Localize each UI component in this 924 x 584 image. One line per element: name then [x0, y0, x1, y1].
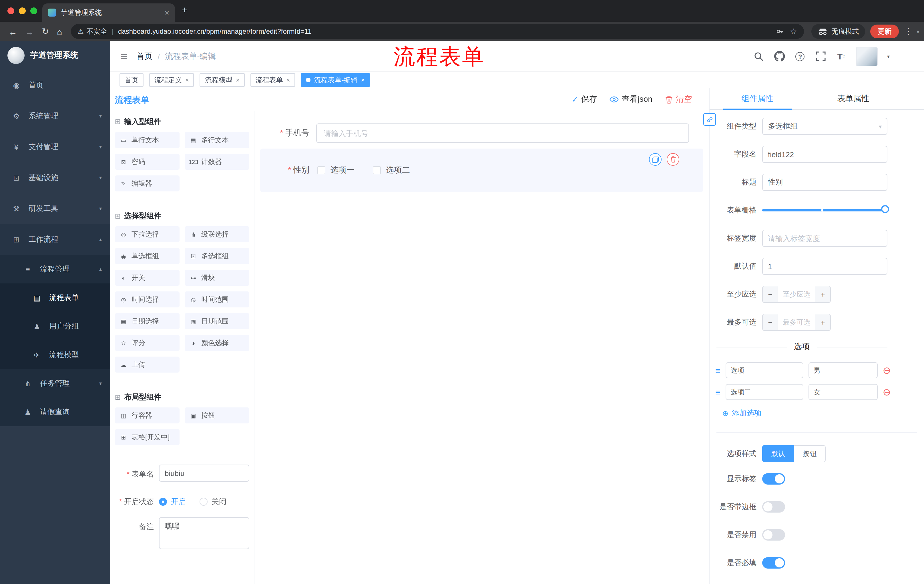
home-icon[interactable]: ⌂: [57, 26, 62, 36]
option-2-label-input[interactable]: [726, 384, 804, 400]
tag-home[interactable]: 首页: [119, 73, 144, 87]
checkbox-icon[interactable]: [373, 166, 381, 174]
slider-thumb[interactable]: [881, 205, 889, 213]
palette-item-select[interactable]: ◎下拉选择: [115, 226, 180, 242]
gender-option-2[interactable]: 选项二: [373, 165, 410, 175]
new-tab-button[interactable]: +: [182, 5, 188, 16]
sidebar-item-payment[interactable]: ¥ 支付管理 ▾: [0, 132, 111, 162]
delete-field-button[interactable]: [667, 153, 679, 166]
sidebar-item-system[interactable]: ⚙ 系统管理 ▾: [0, 100, 111, 132]
disabled-toggle[interactable]: [762, 529, 785, 541]
clear-button[interactable]: 清空: [665, 94, 692, 105]
add-option-button[interactable]: ⊕ 添加选项: [722, 408, 762, 418]
window-close-button[interactable]: [7, 7, 14, 14]
tab-component-props[interactable]: 组件属性: [710, 88, 805, 109]
remove-option-icon[interactable]: ⊖: [883, 387, 891, 397]
style-default-button[interactable]: 默认: [762, 445, 794, 462]
palette-item-switch[interactable]: ◐开关: [115, 270, 180, 286]
status-radio-off[interactable]: 关闭: [200, 497, 226, 507]
remark-textarea[interactable]: 嘿嘿: [159, 517, 249, 549]
forward-icon[interactable]: →: [25, 26, 34, 36]
sidebar-item-home[interactable]: ◉ 首页: [0, 70, 111, 100]
github-icon[interactable]: [774, 51, 785, 62]
canvas-field-phone[interactable]: 手机号: [254, 123, 709, 143]
checkbox-icon[interactable]: [317, 166, 325, 174]
palette-item-date-picker[interactable]: ▦日期选择: [115, 313, 180, 329]
form-name-input[interactable]: [159, 465, 249, 482]
tag-process-form-edit[interactable]: 流程表单-编辑 ×: [301, 73, 370, 87]
copy-field-button[interactable]: [649, 153, 662, 166]
tag-close-icon[interactable]: ×: [236, 77, 239, 84]
user-avatar[interactable]: [856, 46, 878, 66]
password-key-icon[interactable]: [776, 28, 784, 35]
remove-option-icon[interactable]: ⊖: [883, 365, 891, 375]
grid-slider[interactable]: [762, 202, 888, 219]
component-type-select[interactable]: 多选框组 ▾: [762, 118, 888, 135]
sidebar-logo[interactable]: 芋道管理系统: [0, 41, 111, 70]
sidebar-item-process-form[interactable]: ▤ 流程表单: [0, 283, 111, 312]
option-drag-icon[interactable]: ≡: [715, 387, 721, 397]
show-label-toggle[interactable]: [762, 473, 785, 485]
tag-process-form[interactable]: 流程表单 ×: [251, 73, 295, 87]
palette-item-checkbox-group[interactable]: ☑多选框组: [185, 248, 249, 264]
text-size-icon[interactable]: T↕: [836, 51, 847, 62]
label-width-input[interactable]: [762, 230, 888, 247]
browser-update-button[interactable]: 更新: [870, 25, 899, 38]
palette-item-time-range[interactable]: ◶时间范围: [185, 291, 249, 308]
default-value-input[interactable]: [762, 258, 888, 275]
window-minimize-button[interactable]: [19, 7, 26, 14]
style-button-button[interactable]: 按钮: [794, 445, 826, 462]
minus-button[interactable]: −: [763, 286, 778, 302]
tag-close-icon[interactable]: ×: [361, 77, 365, 84]
palette-item-editor[interactable]: ✎编辑器: [115, 175, 180, 191]
help-icon[interactable]: ?: [794, 51, 806, 62]
palette-item-password[interactable]: ⊠密码: [115, 154, 180, 170]
sidebar-item-task-mgmt[interactable]: ⋔ 任务管理 ▾: [0, 369, 111, 398]
tab-form-props[interactable]: 表单属性: [805, 88, 901, 109]
palette-item-button[interactable]: ▣按钮: [185, 408, 249, 423]
link-badge[interactable]: [703, 113, 716, 126]
toolbar-caret-icon[interactable]: ▾: [917, 28, 919, 35]
tag-close-icon[interactable]: ×: [287, 77, 290, 84]
palette-item-color-picker[interactable]: ◑颜色选择: [185, 335, 249, 351]
tag-process-definition[interactable]: 流程定义 ×: [149, 73, 194, 87]
sidebar-item-devtools[interactable]: ⚒ 研发工具 ▾: [0, 193, 111, 224]
max-select-value[interactable]: 最多可选: [778, 314, 815, 330]
minus-button[interactable]: −: [763, 314, 778, 330]
gender-option-1[interactable]: 选项一: [317, 165, 355, 175]
required-toggle[interactable]: [762, 557, 785, 569]
field-name-input[interactable]: [762, 146, 888, 163]
plus-button[interactable]: +: [815, 314, 830, 330]
tag-close-icon[interactable]: ×: [185, 77, 189, 84]
canvas-field-gender-selected[interactable]: 性别 选项一 选项二: [260, 148, 703, 192]
plus-button[interactable]: +: [815, 286, 830, 302]
sidebar-item-process-mgmt[interactable]: ≡ 流程管理 ▴: [0, 255, 111, 283]
option-1-label-input[interactable]: [726, 362, 804, 378]
palette-item-slider[interactable]: ⊷滑块: [185, 270, 249, 286]
tag-process-model[interactable]: 流程模型 ×: [200, 73, 245, 87]
option-drag-icon[interactable]: ≡: [715, 365, 721, 375]
palette-item-counter[interactable]: 123计数器: [185, 154, 249, 170]
search-icon[interactable]: [753, 51, 765, 62]
back-icon[interactable]: ←: [8, 26, 17, 36]
option-1-value-input[interactable]: [808, 362, 878, 378]
sidebar-item-workflow[interactable]: ⊞ 工作流程 ▴: [0, 224, 111, 255]
browser-tab[interactable]: 芋道管理系统 ×: [42, 3, 175, 22]
window-zoom-button[interactable]: [30, 7, 37, 14]
phone-field-input[interactable]: [316, 123, 689, 143]
palette-item-table[interactable]: ⊞表格[开发中]: [115, 429, 180, 445]
sidebar-item-leave-query[interactable]: ♟ 请假查询: [0, 398, 111, 426]
reload-icon[interactable]: ↻: [42, 26, 49, 36]
save-button[interactable]: ✓ 保存: [571, 94, 597, 105]
sidebar-item-process-model[interactable]: ✈ 流程模型: [0, 341, 111, 369]
breadcrumb-home[interactable]: 首页: [136, 51, 152, 61]
fullscreen-icon[interactable]: [815, 51, 827, 62]
sidebar-item-user-group[interactable]: ♟ 用户分组: [0, 312, 111, 341]
palette-item-cascader[interactable]: ⋔级联选择: [185, 226, 249, 242]
bookmark-star-icon[interactable]: ☆: [790, 27, 797, 36]
palette-item-upload[interactable]: ☁上传: [115, 357, 180, 373]
palette-item-multi-text[interactable]: ▤多行文本: [185, 132, 249, 148]
option-2-value-input[interactable]: [808, 384, 878, 400]
palette-item-date-range[interactable]: ▧日期范围: [185, 313, 249, 329]
palette-item-row-container[interactable]: ◫行容器: [115, 408, 180, 423]
